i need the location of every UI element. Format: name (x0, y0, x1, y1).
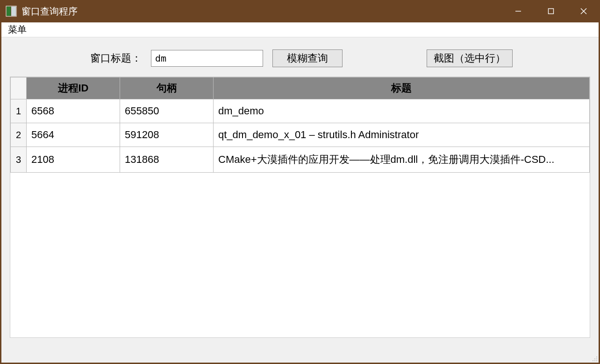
cell-handle[interactable]: 655850 (120, 99, 214, 123)
svg-rect-4 (549, 9, 554, 14)
svg-point-9 (596, 358, 597, 359)
table-row[interactable]: 16568655850dm_demo (11, 99, 590, 123)
app-icon (6, 6, 17, 17)
cell-pid[interactable]: 5664 (27, 123, 120, 147)
results-table[interactable]: 进程ID 句柄 标题 16568655850dm_demo25664591208… (10, 77, 590, 173)
search-toolbar: 窗口标题： 模糊查询 截图（选中行） (1, 37, 599, 77)
svg-point-7 (596, 357, 597, 357)
fuzzy-search-button[interactable]: 模糊查询 (272, 49, 343, 67)
screenshot-selected-button[interactable]: 截图（选中行） (427, 49, 513, 67)
cell-title[interactable]: dm_demo (214, 99, 590, 123)
row-number: 2 (11, 123, 27, 147)
menubar: 菜单 (1, 22, 599, 37)
svg-point-8 (594, 358, 595, 359)
col-header-title[interactable]: 标题 (214, 77, 590, 99)
table-row[interactable]: 32108131868CMake+大漠插件的应用开发——处理dm.dll，免注册… (11, 147, 590, 173)
svg-rect-1 (11, 7, 16, 16)
row-number: 3 (11, 147, 27, 173)
cell-title[interactable]: CMake+大漠插件的应用开发——处理dm.dll，免注册调用大漠插件-CSD.… (214, 147, 590, 173)
titlebar[interactable]: 窗口查询程序 (0, 0, 600, 22)
table-corner (11, 77, 27, 99)
col-header-handle[interactable]: 句柄 (120, 77, 214, 99)
col-header-pid[interactable]: 进程ID (27, 77, 120, 99)
field-label-window-title: 窗口标题： (90, 51, 142, 65)
window-title: 窗口查询程序 (21, 5, 502, 18)
cell-pid[interactable]: 6568 (27, 99, 120, 123)
cell-handle[interactable]: 131868 (120, 147, 214, 173)
window-title-input[interactable] (151, 50, 263, 67)
results-table-container: 进程ID 句柄 标题 16568655850dm_demo25664591208… (10, 77, 590, 338)
svg-point-11 (594, 360, 595, 361)
menu-item-menu[interactable]: 菜单 (5, 22, 29, 37)
resize-grip-icon[interactable] (591, 355, 598, 362)
maximize-button[interactable] (535, 0, 567, 22)
svg-point-12 (596, 360, 597, 361)
svg-rect-0 (7, 7, 11, 16)
table-row[interactable]: 25664591208qt_dm_demo_x_01 – strutils.h … (11, 123, 590, 147)
cell-pid[interactable]: 2108 (27, 147, 120, 173)
row-number: 1 (11, 99, 27, 123)
svg-point-10 (593, 360, 593, 361)
cell-handle[interactable]: 591208 (120, 123, 214, 147)
close-button[interactable] (567, 0, 600, 22)
minimize-button[interactable] (502, 0, 535, 22)
cell-title[interactable]: qt_dm_demo_x_01 – strutils.h Administrat… (214, 123, 590, 147)
